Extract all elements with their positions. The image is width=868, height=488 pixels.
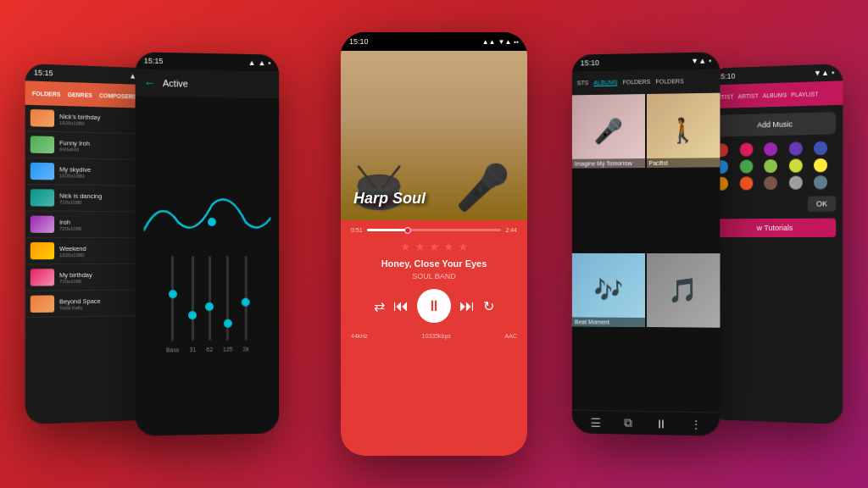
eq-sliders: Bass 31 62 125 2k bbox=[158, 256, 258, 353]
progress-bar[interactable]: 0:51 2:44 bbox=[351, 227, 517, 233]
eq-slider-group[interactable]: 31 bbox=[189, 256, 196, 352]
eq-slider-thumb[interactable] bbox=[169, 290, 177, 298]
signal-icon: ▲ bbox=[248, 58, 256, 67]
time-current: 0:51 bbox=[351, 227, 363, 233]
eq-slider-thumb[interactable] bbox=[205, 302, 214, 311]
color-swatch[interactable] bbox=[814, 158, 827, 172]
tab-sts[interactable]: STS bbox=[577, 80, 588, 86]
star-2[interactable]: ★ bbox=[415, 240, 426, 253]
audio-format: AAC bbox=[505, 333, 517, 339]
color-swatch[interactable] bbox=[814, 141, 827, 155]
color-swatch[interactable] bbox=[789, 141, 803, 155]
eq-wave-svg bbox=[144, 179, 271, 247]
tab-albums[interactable]: ALBUMS bbox=[763, 92, 787, 98]
star-3[interactable]: ★ bbox=[429, 240, 440, 253]
eq-slider-group[interactable]: 125 bbox=[223, 256, 233, 352]
pause-icon: ⏸ bbox=[426, 297, 442, 315]
tab-artist2[interactable]: ARTIST bbox=[738, 92, 759, 99]
eq-slider-group[interactable]: Bass bbox=[166, 256, 180, 353]
wifi-icon: ▲ bbox=[258, 58, 265, 67]
phone5-status-icons: ▼▲ ▪ bbox=[814, 68, 834, 77]
shuffle-button[interactable]: ⇄ bbox=[374, 298, 385, 314]
tab-genres[interactable]: GENRES bbox=[68, 92, 92, 98]
album-label: Beat Moment bbox=[572, 317, 645, 327]
phone2-header: ← Active bbox=[136, 69, 280, 98]
phone4-header: STS ALBUMS FOLDERS FOLDERS bbox=[572, 69, 721, 95]
color-swatch[interactable] bbox=[739, 176, 753, 190]
file-thumbnail bbox=[31, 136, 54, 153]
color-swatch[interactable] bbox=[739, 143, 753, 157]
eq-slider-group[interactable]: 2k bbox=[242, 256, 248, 352]
tab-folders1[interactable]: FOLDERS bbox=[623, 79, 651, 86]
eq-slider-thumb[interactable] bbox=[224, 319, 232, 328]
singer-figure: 🎤 bbox=[455, 162, 510, 214]
eq-slider-track[interactable] bbox=[226, 256, 229, 341]
audio-bitrate: 10335kbps bbox=[422, 333, 451, 339]
battery-icon: ▪ bbox=[268, 58, 270, 67]
eq-slider-track[interactable] bbox=[245, 256, 248, 341]
phone2-equalizer: Bass 31 62 125 2k bbox=[136, 97, 280, 436]
star-rating[interactable]: ★ ★ ★ ★ ★ bbox=[351, 240, 517, 253]
eq-slider-group[interactable]: 62 bbox=[206, 256, 213, 352]
color-swatch[interactable] bbox=[764, 142, 777, 156]
eq-label: 125 bbox=[223, 347, 233, 352]
tab-folders2[interactable]: FOLDERS bbox=[655, 78, 683, 86]
color-swatch[interactable] bbox=[789, 176, 803, 190]
star-4[interactable]: ★ bbox=[443, 240, 454, 253]
band-name-art: Harp Soul bbox=[353, 190, 426, 208]
add-music-button[interactable]: Add Music bbox=[715, 112, 837, 137]
phones-container: 15:15 ▲ ▲ ▪ FOLDERS GENRES COMPOSERS P N… bbox=[0, 0, 868, 488]
eq-slider-track[interactable] bbox=[192, 256, 194, 341]
tab-albums[interactable]: ALBUMS bbox=[593, 80, 617, 86]
band-scene: 🥁 🎤 Harp Soul bbox=[341, 51, 527, 220]
menu-icon[interactable]: ☰ bbox=[590, 415, 601, 429]
repeat-button[interactable]: ↻ bbox=[483, 298, 494, 314]
copy-icon[interactable]: ⧉ bbox=[624, 416, 632, 430]
eq-slider-track[interactable] bbox=[171, 256, 174, 341]
next-button[interactable]: ⏭ bbox=[459, 297, 475, 315]
eq-label: 31 bbox=[189, 347, 196, 352]
star-1[interactable]: ★ bbox=[400, 240, 411, 253]
progress-track[interactable] bbox=[367, 229, 502, 231]
pause-button[interactable]: ⏸ bbox=[417, 289, 451, 323]
album-image: 🎶 bbox=[572, 253, 645, 327]
phone2-title: Active bbox=[163, 78, 188, 89]
star-5[interactable]: ★ bbox=[458, 240, 469, 253]
battery-icon: ▪▪ bbox=[514, 38, 519, 46]
album-cell[interactable]: 🚶 Pacifist bbox=[646, 93, 720, 168]
eq-slider-thumb[interactable] bbox=[188, 311, 197, 319]
phone-3: 15:10 ▲▲ ▼▲ ▪▪ 🥁 🎤 Harp Soul 0:51 bbox=[341, 32, 527, 456]
wifi-icon: ▼▲ bbox=[691, 57, 706, 65]
tab-folders[interactable]: FOLDERS bbox=[32, 90, 61, 97]
svg-point-0 bbox=[208, 218, 216, 226]
album-art: 🥁 🎤 Harp Soul bbox=[341, 51, 527, 220]
album-image: 🚶 bbox=[646, 93, 720, 168]
ok-button[interactable]: OK bbox=[808, 196, 836, 211]
tab-playlist[interactable]: PLAYLIST bbox=[791, 91, 818, 97]
progress-fill bbox=[367, 229, 408, 231]
more-icon[interactable]: ⋮ bbox=[690, 417, 702, 430]
file-thumbnail bbox=[31, 189, 54, 206]
back-arrow-icon[interactable]: ← bbox=[144, 76, 156, 90]
color-swatch[interactable] bbox=[814, 175, 827, 189]
file-thumbnail bbox=[31, 269, 54, 286]
progress-dot bbox=[404, 227, 411, 234]
phone-4: 15:10 ▼▲ ▪ STS ALBUMS FOLDERS FOLDERS 🎤 … bbox=[572, 52, 721, 435]
file-thumbnail bbox=[31, 109, 54, 127]
pause-icon-bottom[interactable]: ⏸ bbox=[654, 417, 666, 430]
color-swatch[interactable] bbox=[739, 159, 753, 173]
eq-slider-track[interactable] bbox=[209, 256, 211, 341]
album-cell[interactable]: 🎶 Beat Moment bbox=[572, 253, 645, 327]
color-swatch[interactable] bbox=[789, 158, 803, 172]
album-cell[interactable]: 🎤 Imagine My Tomorrow bbox=[572, 94, 645, 168]
album-label: Pacifist bbox=[646, 158, 720, 168]
phone2-time: 15:15 bbox=[144, 57, 164, 65]
eq-label: Bass bbox=[166, 347, 180, 352]
color-swatch[interactable] bbox=[764, 159, 777, 173]
eq-slider-thumb[interactable] bbox=[242, 298, 250, 307]
tab-composers[interactable]: COMPOSERS bbox=[99, 92, 137, 99]
tutorials-button[interactable]: w Tutorials bbox=[715, 219, 837, 237]
album-cell[interactable]: 🎵 bbox=[646, 253, 720, 327]
color-swatch[interactable] bbox=[764, 176, 777, 190]
prev-button[interactable]: ⏮ bbox=[393, 297, 409, 315]
